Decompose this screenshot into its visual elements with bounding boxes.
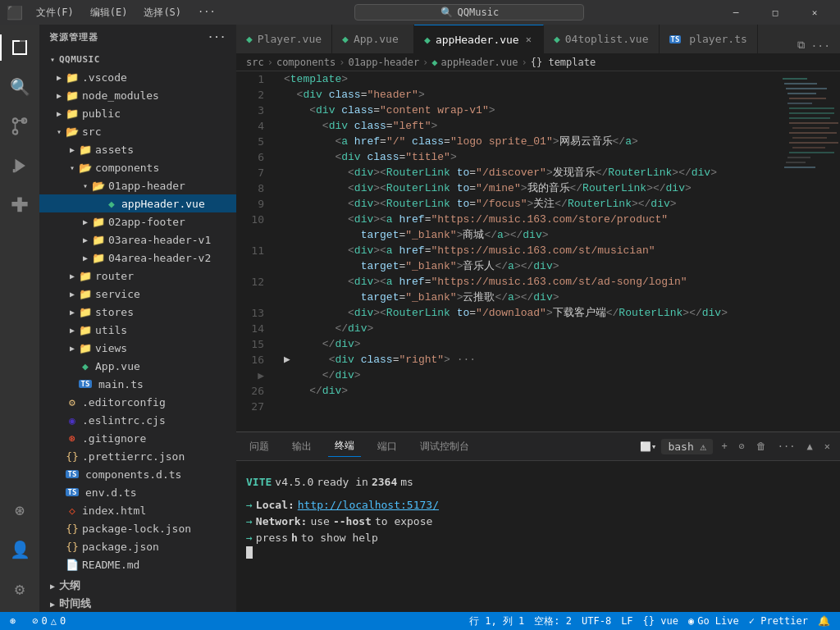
search-activity-icon[interactable]: 🔍: [0, 67, 39, 107]
tree-root[interactable]: ▾ QQMUSIC: [39, 50, 236, 68]
tree-item-eslintrc[interactable]: ◉ .eslintrc.cjs: [39, 411, 236, 429]
code-line-12b: target="_blank">云推歌</a></div>: [277, 290, 774, 305]
warning-icon: △: [51, 615, 57, 627]
tree-item-components-dts[interactable]: TS components.d.ts: [39, 465, 236, 483]
terminal-trash-icon[interactable]: 🗑: [753, 439, 769, 454]
tree-item-package-json[interactable]: {} package.json: [39, 537, 236, 555]
terminal-output[interactable]: VITE v4.5.0 ready in 2364 ms → Local: ht…: [236, 461, 840, 612]
account-activity-icon[interactable]: 👤: [0, 530, 39, 569]
code-line-12: <div><a href="https://music.163.com/st/a…: [277, 274, 774, 290]
tab-close-icon[interactable]: ✕: [524, 33, 533, 46]
remote-activity-icon[interactable]: ⊛: [0, 491, 39, 530]
split-editor-icon[interactable]: ⧉: [794, 37, 808, 53]
tab-output[interactable]: 输出: [285, 436, 318, 457]
status-notifications[interactable]: 🔔: [815, 614, 833, 628]
tab-player-ts[interactable]: TS player.ts: [660, 25, 758, 53]
terminal-panel: 问题 输出 终端 端口 调试控制台 ⬜▾ bash ⚠ + ⊘ 🗑 ··· ▲ …: [236, 431, 840, 612]
tree-item-02app-footer[interactable]: ▶ 📁 02app-footer: [39, 212, 236, 231]
status-errors[interactable]: ⊘ 0 △ 0: [29, 615, 69, 627]
menu-select[interactable]: 选择(S): [137, 4, 188, 21]
breadcrumb-src[interactable]: src: [246, 57, 264, 68]
terminal-more-icon[interactable]: ···: [774, 439, 799, 454]
svg-rect-9: [13, 169, 16, 172]
tree-item-index-html[interactable]: ◇ index.html: [39, 501, 236, 519]
tree-item-appheader-vue[interactable]: ◆ appHeader.vue: [39, 194, 236, 212]
json-file-icon: {}: [66, 523, 79, 535]
tree-item-assets[interactable]: ▶ 📁 assets: [39, 140, 236, 158]
breadcrumb-components[interactable]: components: [276, 57, 336, 68]
menu-more[interactable]: ···: [191, 4, 222, 21]
terminal-shell-selector[interactable]: bash ⚠: [661, 439, 713, 454]
status-encoding[interactable]: UTF-8: [578, 614, 614, 628]
status-prettier[interactable]: ✓ Prettier: [746, 614, 811, 628]
tree-item-prettierrc[interactable]: {} .prettierrc.json: [39, 447, 236, 465]
terminal-maximize-icon[interactable]: ▲: [804, 439, 816, 454]
tree-item-main-ts[interactable]: TS main.ts: [39, 375, 236, 393]
terminal-cursor-line: [246, 546, 830, 559]
tree-item-utils[interactable]: ▶ 📁 utils: [39, 321, 236, 339]
explorer-activity-icon[interactable]: [0, 28, 39, 67]
run-activity-icon[interactable]: [0, 146, 39, 185]
status-spaces[interactable]: 空格: 2: [531, 614, 575, 628]
tree-item-app-vue[interactable]: ◆ App.vue: [39, 357, 236, 375]
remote-icon: ⊛: [10, 615, 16, 627]
tab-debug-console[interactable]: 调试控制台: [413, 436, 476, 457]
more-actions-icon[interactable]: ···: [808, 38, 833, 53]
source-control-activity-icon[interactable]: [0, 107, 39, 146]
activity-bar: 🔍 ⊛ 👤 ⚙: [0, 25, 39, 612]
tree-item-package-lock[interactable]: {} package-lock.json: [39, 519, 236, 537]
breadcrumb: src › components › 01app-header › ◆ appH…: [236, 53, 840, 71]
tree-item-03area[interactable]: ▶ 📁 03area-header-v1: [39, 231, 236, 249]
tree-item-vscode[interactable]: ▶ 📁 .vscode: [39, 68, 236, 86]
tree-item-public[interactable]: ▶ 📁 public: [39, 104, 236, 122]
status-golive[interactable]: ◉ Go Live: [685, 614, 742, 628]
search-box[interactable]: 🔍QQMusic: [354, 4, 584, 21]
tab-ports[interactable]: 端口: [371, 436, 404, 457]
broadcast-icon: ◉: [688, 615, 694, 627]
code-line-5: <a href="/" class="logo sprite_01">网易云音乐…: [277, 134, 774, 149]
tab-terminal[interactable]: 终端: [328, 436, 361, 457]
status-line-col[interactable]: 行 1, 列 1: [466, 614, 527, 628]
tree-item-components[interactable]: ▾ 📂 components: [39, 158, 236, 176]
tree-item-editorconfig[interactable]: ⚙ .editorconfig: [39, 393, 236, 411]
tree-item-01app-header[interactable]: ▾ 📂 01app-header: [39, 176, 236, 194]
tab-app-vue[interactable]: ◆ App.vue: [332, 25, 414, 53]
terminal-split-icon[interactable]: ⊘: [736, 439, 748, 454]
tree-item-stores[interactable]: ▶ 📁 stores: [39, 303, 236, 321]
tree-section-outline[interactable]: ▶ 大纲: [39, 577, 236, 595]
minimize-button[interactable]: ─: [717, 0, 755, 25]
tree-item-readme[interactable]: 📄 README.md: [39, 555, 236, 573]
tree-item-gitignore[interactable]: ⊛ .gitignore: [39, 429, 236, 447]
code-text[interactable]: <template> <div class="header"> <div cla…: [277, 71, 774, 431]
terminal-close-icon[interactable]: ✕: [821, 439, 833, 454]
close-button[interactable]: ✕: [796, 0, 833, 25]
extensions-activity-icon[interactable]: [0, 185, 39, 225]
tree-item-env-dts[interactable]: TS env.d.ts: [39, 483, 236, 501]
tree-item-node-modules[interactable]: ▶ 📁 node_modules: [39, 86, 236, 104]
tab-player-vue[interactable]: ◆ Player.vue: [236, 25, 332, 53]
tree-item-04area[interactable]: ▶ 📁 04area-header-v2: [39, 249, 236, 267]
maximize-button[interactable]: □: [756, 0, 794, 25]
tree-item-router[interactable]: ▶ 📁 router: [39, 267, 236, 285]
tree-item-service[interactable]: ▶ 📁 service: [39, 285, 236, 303]
status-remote[interactable]: ⊛: [7, 615, 19, 627]
sidebar-more-icon[interactable]: ···: [208, 32, 226, 43]
bell-icon: 🔔: [818, 615, 830, 627]
breadcrumb-template[interactable]: {} template: [531, 57, 596, 68]
status-eol[interactable]: LF: [618, 614, 636, 628]
breadcrumb-01app-header[interactable]: 01app-header: [348, 57, 419, 68]
settings-activity-icon[interactable]: ⚙: [0, 569, 39, 609]
tree-item-views[interactable]: ▶ 📁 views: [39, 339, 236, 357]
tab-appheader-vue[interactable]: ◆ appHeader.vue ✕: [414, 25, 544, 53]
menu-edit[interactable]: 编辑(E): [84, 4, 135, 21]
vue-icon: ◆: [246, 33, 253, 45]
menu-file[interactable]: 文件(F): [30, 4, 80, 21]
tab-04toplist-vue[interactable]: ◆ 04toplist.vue: [544, 25, 660, 53]
breadcrumb-appheader[interactable]: appHeader.vue: [441, 57, 518, 68]
terminal-add-icon[interactable]: +: [718, 439, 730, 454]
status-lang[interactable]: {} vue: [640, 614, 682, 628]
svg-rect-28: [786, 162, 806, 163]
tree-item-src[interactable]: ▾ 📂 src: [39, 122, 236, 140]
tree-section-timeline[interactable]: ▶ 时间线: [39, 595, 236, 612]
tab-problems[interactable]: 问题: [243, 436, 276, 457]
